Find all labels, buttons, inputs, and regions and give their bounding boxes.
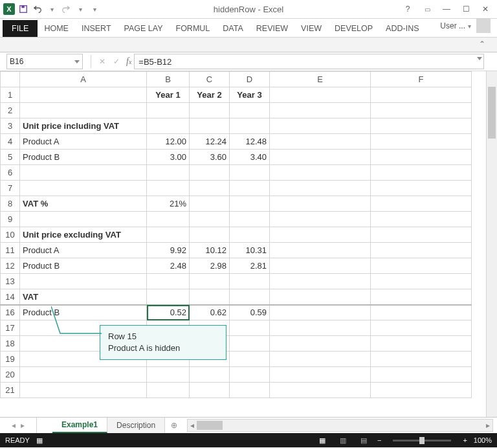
cell-C20[interactable] [190, 367, 230, 383]
cell-D9[interactable] [230, 212, 270, 227]
cell-D8[interactable] [230, 196, 270, 212]
cell-A21[interactable] [20, 383, 147, 398]
cell-B12[interactable]: 2.48 [147, 258, 190, 274]
cell-C4[interactable]: 12.24 [190, 134, 230, 150]
column-header-B[interactable]: B [147, 72, 190, 87]
cell-E4[interactable] [270, 134, 371, 150]
cell-C8[interactable] [190, 196, 230, 212]
cell-F1[interactable] [371, 87, 472, 103]
cell-C9[interactable] [190, 212, 230, 227]
cell-F5[interactable] [371, 150, 472, 165]
sheet-prev-icon[interactable]: ◂ [12, 421, 16, 430]
cell-C14[interactable] [190, 289, 230, 305]
cell-B3[interactable] [147, 118, 190, 134]
redo-icon[interactable] [60, 3, 72, 16]
cell-F10[interactable] [371, 227, 472, 243]
sheet-tab-description[interactable]: Description [107, 418, 165, 433]
cell-B21[interactable] [147, 383, 190, 398]
cell-C10[interactable] [190, 227, 230, 243]
cell-E3[interactable] [270, 118, 371, 134]
cell-B20[interactable] [147, 367, 190, 383]
sheet-next-icon[interactable]: ▸ [21, 421, 25, 430]
tab-home[interactable]: HOME [38, 20, 75, 37]
sheet-tab-example1[interactable]: Example1 [52, 418, 107, 433]
close-icon[interactable]: ✕ [476, 1, 494, 17]
cell-D20[interactable] [230, 367, 270, 383]
cell-A13[interactable] [20, 274, 147, 289]
cell-F11[interactable] [371, 243, 472, 258]
row-header-14[interactable]: 14 [1, 289, 20, 305]
undo-dropdown-icon[interactable]: ▾ [45, 3, 58, 16]
row-header-6[interactable]: 6 [1, 165, 20, 181]
row-header-9[interactable]: 9 [1, 212, 20, 227]
tab-file[interactable]: FILE [3, 20, 38, 37]
row-header-3[interactable]: 3 [1, 118, 20, 134]
cell-F21[interactable] [371, 383, 472, 398]
cell-B8[interactable]: 21% [147, 196, 190, 212]
row-header-20[interactable]: 20 [1, 367, 20, 383]
row-header-4[interactable]: 4 [1, 134, 20, 150]
column-header-E[interactable]: E [270, 72, 371, 87]
save-icon[interactable] [17, 3, 30, 16]
cell-C5[interactable]: 3.60 [190, 150, 230, 165]
cell-E17[interactable] [270, 320, 371, 336]
collapse-ribbon-icon[interactable]: ⌃ [479, 39, 485, 49]
cell-D6[interactable] [230, 165, 270, 181]
cell-B16[interactable]: 0.52 [147, 305, 190, 320]
cell-A14[interactable]: VAT [20, 289, 147, 305]
cell-A5[interactable]: Product B [20, 150, 147, 165]
select-all-corner[interactable] [1, 72, 20, 87]
cell-E12[interactable] [270, 258, 371, 274]
cell-F4[interactable] [371, 134, 472, 150]
worksheet-grid[interactable]: ABCDEF1Year 1Year 2Year 323Unit price in… [0, 71, 497, 417]
cell-F17[interactable] [371, 320, 472, 336]
help-icon[interactable]: ? [399, 1, 417, 17]
cell-A11[interactable]: Product A [20, 243, 147, 258]
cell-E11[interactable] [270, 243, 371, 258]
cell-A10[interactable]: Unit price excluding VAT [20, 227, 147, 243]
chevron-down-icon[interactable] [74, 60, 80, 63]
cell-E5[interactable] [270, 150, 371, 165]
cell-F14[interactable] [371, 289, 472, 305]
cell-B10[interactable] [147, 227, 190, 243]
zoom-slider[interactable] [393, 440, 451, 442]
macro-record-icon[interactable]: ▦ [36, 436, 43, 445]
cell-B2[interactable] [147, 103, 190, 118]
cell-A4[interactable]: Product A [20, 134, 147, 150]
cell-C16[interactable]: 0.62 [190, 305, 230, 320]
cell-F13[interactable] [371, 274, 472, 289]
cell-D19[interactable] [230, 352, 270, 367]
zoom-level[interactable]: 100% [474, 436, 492, 444]
scroll-right-icon[interactable]: ▸ [483, 421, 492, 430]
cell-C2[interactable] [190, 103, 230, 118]
cell-D3[interactable] [230, 118, 270, 134]
new-sheet-icon[interactable]: ⊕ [165, 418, 183, 433]
zoom-out-icon[interactable]: − [377, 436, 381, 444]
cell-C13[interactable] [190, 274, 230, 289]
cell-E16[interactable] [270, 305, 371, 320]
cell-E9[interactable] [270, 212, 371, 227]
vertical-scrollbar[interactable] [486, 71, 497, 417]
view-normal-icon[interactable]: ▦ [315, 435, 329, 445]
cell-A2[interactable] [20, 103, 147, 118]
cell-C11[interactable]: 10.12 [190, 243, 230, 258]
row-header-16[interactable]: 16 [1, 305, 20, 320]
cell-F16[interactable] [371, 305, 472, 320]
cell-D18[interactable] [230, 336, 270, 352]
tab-page-layout[interactable]: PAGE LAY [118, 20, 170, 37]
view-page-layout-icon[interactable]: ▥ [336, 435, 350, 445]
cell-D1[interactable]: Year 3 [230, 87, 270, 103]
tab-review[interactable]: REVIEW [250, 20, 294, 37]
cell-C6[interactable] [190, 165, 230, 181]
cell-B4[interactable]: 12.00 [147, 134, 190, 150]
cell-B11[interactable]: 9.92 [147, 243, 190, 258]
cell-E1[interactable] [270, 87, 371, 103]
cell-A6[interactable] [20, 165, 147, 181]
row-header-10[interactable]: 10 [1, 227, 20, 243]
insert-function-icon[interactable]: fx [126, 56, 131, 67]
cell-D7[interactable] [230, 181, 270, 196]
cell-E7[interactable] [270, 181, 371, 196]
row-header-13[interactable]: 13 [1, 274, 20, 289]
formula-bar[interactable]: =B5-B12 [134, 54, 484, 69]
row-header-12[interactable]: 12 [1, 258, 20, 274]
